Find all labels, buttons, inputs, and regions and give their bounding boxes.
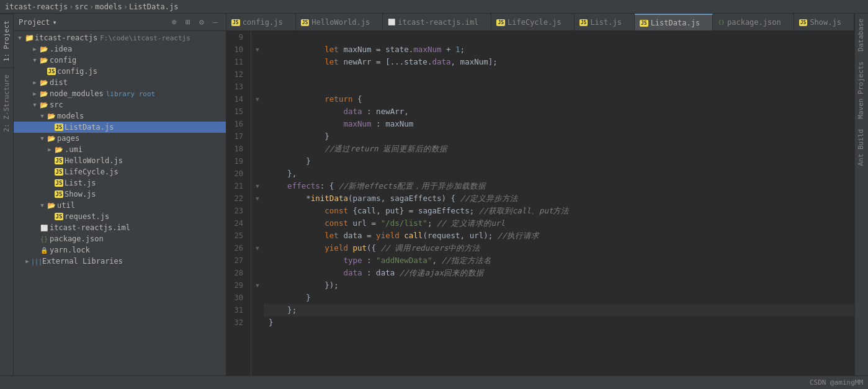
tree-icon-models: 📂 — [46, 112, 57, 120]
tree-item-config-js[interactable]: JSconfig.js — [14, 66, 226, 77]
tree-icon-yarnlock: 🔒 — [38, 247, 50, 254]
line-num-26: 26 — [229, 242, 246, 254]
tree-item-yarnlock[interactable]: 🔒yarn.lock — [14, 244, 226, 256]
tab-icon-helloworld: JS — [301, 19, 310, 25]
tree-icon-dist: 📂 — [38, 79, 50, 87]
gutter-21: ▼ — [256, 180, 259, 192]
tree-item-node_modules[interactable]: ▶📂node_moduleslibrary root — [14, 88, 226, 99]
right-tab-2[interactable]: Ant Build — [855, 124, 868, 171]
project-dropdown-arrow[interactable]: ▾ — [53, 18, 57, 27]
tree-label-pages: pages — [57, 134, 79, 143]
tree-item-dist[interactable]: ▶📂dist — [14, 77, 226, 88]
tree-label-iml: itcast-reactjs.iml — [50, 223, 130, 232]
code-line-16: maxNum : maxNum — [264, 118, 854, 130]
tree-arrow-src: ▼ — [31, 102, 38, 108]
tab-lifecycle[interactable]: JSLifeCycle.js× — [491, 14, 574, 31]
tab-iml[interactable]: ⬜itcast-reactjs.iml× — [383, 14, 491, 31]
code-line-15: data : newArr, — [264, 105, 854, 118]
code-line-27: type : "addNewData", //指定方法名 — [264, 254, 854, 267]
tree-item-requestjs[interactable]: JSrequest.js — [14, 211, 226, 222]
tree-label-config-js: config.js — [57, 67, 97, 76]
tree-icon-listjs: JS — [53, 179, 65, 187]
vert-tab-2[interactable]: 2: Z-Structure — [0, 68, 13, 138]
right-tab-1[interactable]: Maven Projects — [855, 56, 868, 124]
line-num-30: 30 — [229, 292, 246, 304]
tree-arrow-node_modules: ▶ — [31, 91, 38, 97]
tree-item-extlibs[interactable]: ▶|||External Libraries — [14, 256, 226, 267]
code-line-12 — [264, 68, 854, 81]
root-path: F:\code\itcast-reactjs — [100, 34, 190, 42]
tree-item-packagejson[interactable]: {}package.json — [14, 233, 226, 244]
tree-item-util[interactable]: ▼📂util — [14, 200, 226, 211]
code-line-24: const url = "/ds/list"; // 定义请求的url — [264, 217, 854, 230]
root-label: itcast-reactjs — [35, 34, 97, 42]
tab-config[interactable]: JSconfig.js× — [226, 14, 296, 31]
code-line-14: return { — [264, 93, 854, 105]
tree-label-models: models — [57, 112, 84, 120]
right-tab-0[interactable]: Database — [855, 14, 868, 56]
title-src: src — [74, 2, 88, 11]
tree-item-pages[interactable]: ▼📂pages — [14, 133, 226, 144]
title-models: models — [95, 2, 122, 11]
code-line-10: let maxNum = state.maxNum + 1; — [264, 43, 854, 56]
tree-item-config-folder[interactable]: ▼📂config — [14, 55, 226, 66]
line-num-25: 25 — [229, 230, 246, 242]
project-tree-panel: Project ▾ ⊕ ⊞ ⚙ – ▼ — [14, 14, 226, 375]
line-num-17: 17 — [229, 130, 246, 143]
tree-icon-node_modules: 📂 — [38, 90, 50, 98]
line-num-10: 10 — [229, 43, 246, 56]
tree-label-requestjs: request.js — [65, 212, 109, 221]
tree-item-umi[interactable]: ▶📂.umi — [14, 144, 226, 155]
tab-listdata[interactable]: JSListData.js× — [635, 14, 713, 31]
tree-label-listdata: ListData.js — [65, 123, 114, 132]
tab-label-iml: itcast-reactjs.iml — [398, 18, 478, 27]
tab-icon-listdata: JS — [640, 19, 648, 26]
tree-item-listjs[interactable]: JSList.js — [14, 177, 226, 189]
line-num-14: 14 — [229, 93, 246, 105]
sync-btn[interactable]: ⊞ — [182, 17, 194, 28]
tab-label-showjs: Show.js — [810, 18, 841, 27]
tree-icon-packagejson: {} — [38, 236, 50, 243]
root-folder-icon: 📁 — [24, 34, 35, 42]
project-header: Project ▾ ⊕ ⊞ ⚙ – — [14, 14, 226, 31]
root-arrow: ▼ — [16, 35, 24, 41]
tab-icon-listjs: JS — [579, 19, 588, 25]
line-numbers: 9101112131415161718192021222324252627282… — [226, 31, 251, 375]
tree-icon-extlibs: ||| — [31, 258, 42, 265]
tab-listjs[interactable]: JSList.js× — [575, 14, 635, 31]
editor-area: 9101112131415161718192021222324252627282… — [226, 31, 854, 375]
root-item[interactable]: ▼ 📁 itcast-reactjs F:\code\itcast-reactj… — [14, 32, 226, 43]
tree-label-dist: dist — [50, 78, 68, 87]
tab-helloworld[interactable]: JSHelloWorld.js× — [296, 14, 383, 31]
collapse-btn[interactable]: – — [210, 17, 221, 28]
vert-tab-1[interactable]: 1: Project — [0, 14, 13, 68]
tree-label-showjs: Show.js — [65, 190, 96, 199]
settings-btn[interactable]: ⚙ — [196, 17, 207, 28]
tree-item-idea[interactable]: ▶📂.idea — [14, 43, 226, 55]
tree-icon-lifecycle: JS — [53, 168, 65, 176]
code-content[interactable]: let maxNum = state.maxNum + 1; let newAr… — [264, 31, 854, 375]
tree-icon-listdata: JS — [53, 123, 65, 131]
code-line-29: }); — [264, 279, 854, 292]
line-num-13: 13 — [229, 81, 246, 93]
tree-item-helloworld[interactable]: JSHelloWorld.js — [14, 155, 226, 166]
tab-showjs[interactable]: JSShow.js× — [794, 14, 854, 31]
tree-item-iml[interactable]: ⬜itcast-reactjs.iml — [14, 222, 226, 233]
code-line-9 — [264, 31, 854, 43]
tree-item-models[interactable]: ▼📂models — [14, 110, 226, 122]
tree-item-src[interactable]: ▼📂src — [14, 99, 226, 110]
tree-label-packagejson: package.json — [50, 235, 104, 243]
tab-packagejson[interactable]: {}package.json× — [713, 14, 794, 31]
tree-item-listdata[interactable]: JSListData.js — [14, 122, 226, 133]
tree-label-extlibs: External Libraries — [42, 257, 123, 266]
tab-label-listdata: ListData.js — [651, 19, 700, 27]
tree-item-showjs[interactable]: JSShow.js — [14, 189, 226, 200]
line-num-12: 12 — [229, 68, 246, 81]
tab-label-listjs: List.js — [590, 18, 622, 27]
tree-item-lifecycle[interactable]: JSLifeCycle.js — [14, 166, 226, 177]
tree-icon-showjs: JS — [53, 190, 65, 198]
line-num-23: 23 — [229, 205, 246, 217]
line-num-29: 29 — [229, 279, 246, 292]
add-btn[interactable]: ⊕ — [169, 17, 180, 28]
code-line-17: } — [264, 130, 854, 143]
